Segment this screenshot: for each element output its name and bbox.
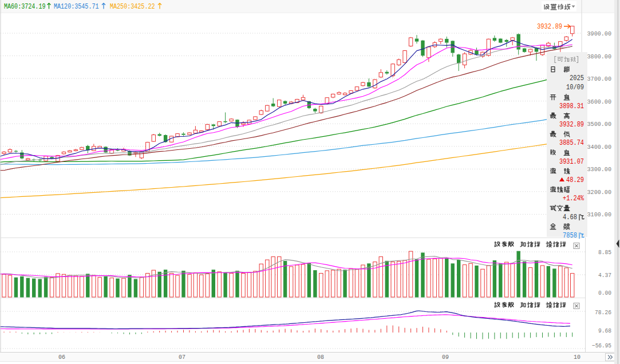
svg-text:9.68: 9.68 <box>598 327 611 334</box>
svg-text:4.68: 4.68 <box>563 213 577 221</box>
svg-text:−56.95: −56.95 <box>592 342 611 349</box>
svg-text:MA120:3545.71: MA120:3545.71 <box>54 3 99 11</box>
svg-text:3100.00: 3100.00 <box>587 211 612 218</box>
svg-text:3600.00: 3600.00 <box>587 98 612 105</box>
svg-text:+1.24%: +1.24% <box>563 195 585 203</box>
svg-text:3932.89: 3932.89 <box>559 121 584 129</box>
svg-text:06: 06 <box>58 353 65 361</box>
svg-text:3400.00: 3400.00 <box>587 143 612 151</box>
svg-text:09: 09 <box>442 353 449 361</box>
svg-text:48.29: 48.29 <box>566 176 584 184</box>
svg-text:08: 08 <box>317 353 324 361</box>
svg-text:0.00: 0.00 <box>598 289 611 296</box>
svg-text:3700.00: 3700.00 <box>587 75 612 82</box>
svg-text:78.26: 78.26 <box>595 308 611 316</box>
svg-text:8.85: 8.85 <box>598 248 611 256</box>
svg-text:3200.00: 3200.00 <box>587 188 612 196</box>
svg-text:MA250:3425.22: MA250:3425.22 <box>110 3 155 11</box>
svg-text:3885.74: 3885.74 <box>559 139 584 147</box>
svg-text:3900.00: 3900.00 <box>587 30 612 37</box>
svg-text:3500.00: 3500.00 <box>587 120 612 128</box>
svg-text:10/09: 10/09 <box>566 84 584 92</box>
svg-text:07: 07 <box>179 353 185 361</box>
svg-text:4.37: 4.37 <box>598 271 611 279</box>
svg-text:3800.00: 3800.00 <box>587 53 612 60</box>
svg-text:3300.00: 3300.00 <box>587 165 612 173</box>
svg-text:2025: 2025 <box>570 74 584 82</box>
svg-text:MA60:3724.19: MA60:3724.19 <box>4 3 46 11</box>
svg-text:3932.89: 3932.89 <box>537 23 562 31</box>
svg-text:10: 10 <box>574 353 580 361</box>
svg-text:7858: 7858 <box>563 232 577 240</box>
svg-text:3931.07: 3931.07 <box>559 158 584 166</box>
svg-text:3898.31: 3898.31 <box>559 102 584 110</box>
